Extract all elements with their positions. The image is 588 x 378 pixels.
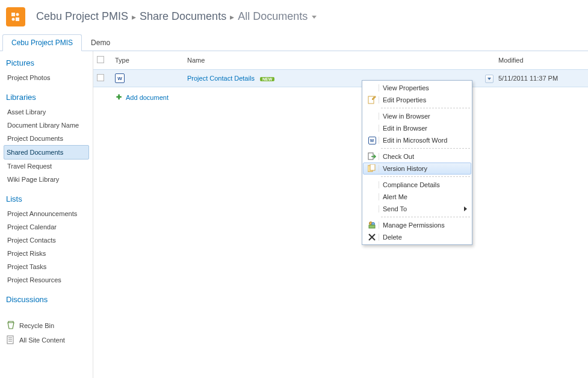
row-menu-button[interactable] [485,75,494,83]
menu-label: View in Browser [383,113,467,120]
menu-separator [381,108,470,108]
sidebar-item-all-site-content[interactable]: All Site Content [6,333,93,347]
column-header-type[interactable]: Type [111,51,184,70]
table-header-row: Type Name Modified [93,51,588,70]
menu-label: Edit in Microsoft Word [383,137,467,144]
menu-label: Check Out [383,153,467,160]
sidebar-section-lists[interactable]: Lists [6,194,93,203]
sidebar-item-wiki-page-library[interactable]: Wiki Page Library [6,173,93,186]
menu-label: Manage Permissions [383,222,467,229]
breadcrumb: Cebu Project PMIS ▸ Share Documents ▸ Al… [36,10,317,23]
add-document-row: ✚ Add document [93,87,588,107]
svg-rect-4 [16,17,19,21]
sidebar-section-discussions[interactable]: Discussions [6,295,93,304]
chevron-down-icon [487,78,491,80]
new-badge: NEW [260,77,274,81]
blank-icon [365,83,379,93]
chevron-right-icon: ▸ [230,12,234,22]
menu-label: View Properties [383,84,467,91]
tab-strip: Cebu Project PMIS Demo [0,33,588,51]
menu-label: Send To [383,205,462,212]
tab-site[interactable]: Cebu Project PMIS [2,34,82,51]
svg-point-3 [12,17,15,20]
sidebar-item-project-tasks[interactable]: Project Tasks [6,260,93,273]
chevron-right-icon: ▸ [132,12,136,22]
sidebar-item-project-photos[interactable]: Project Photos [6,71,93,84]
sidebar-item-asset-library[interactable]: Asset Library [6,105,93,119]
breadcrumb-site[interactable]: Cebu Project PMIS [36,10,128,23]
menu-edit-in-word[interactable]: W Edit in Microsoft Word [363,134,471,146]
all-site-content-label: All Site Content [19,335,65,345]
sidebar-item-travel-request[interactable]: Travel Request [6,160,93,173]
site-logo[interactable] [6,7,25,26]
version-history-icon [365,164,379,173]
plus-icon: ✚ [115,94,122,101]
add-document-button[interactable]: ✚ Add document [115,94,169,101]
sidebar-item-document-library-name[interactable]: Document Library Name [6,119,93,132]
word-icon: W [115,73,125,83]
context-menu: View Properties Edit Properties View in … [362,80,472,245]
blank-icon [365,180,379,190]
menu-edit-in-browser[interactable]: Edit in Browser [363,122,471,134]
menu-manage-permissions[interactable]: Manage Permissions [363,219,471,231]
delete-icon [365,232,379,242]
main: Pictures Project Photos Libraries Asset … [0,51,588,378]
document-name-link[interactable]: Project Contact Details [187,75,255,82]
menu-send-to[interactable]: Send To [363,203,471,215]
blank-icon [365,123,379,133]
menu-edit-properties[interactable]: Edit Properties [363,94,471,106]
tab-demo[interactable]: Demo [82,34,119,51]
sidebar-footer: Recycle Bin All Site Content [6,318,93,347]
checkout-icon [365,152,379,161]
menu-version-history[interactable]: Version History [363,163,471,175]
menu-label: Alert Me [383,193,467,200]
menu-separator [381,148,470,149]
sidebar-item-recycle-bin[interactable]: Recycle Bin [6,318,93,333]
menu-label: Version History [383,165,467,172]
chevron-right-icon [464,206,467,211]
menu-label: Compliance Details [383,181,467,188]
menu-label: Edit Properties [383,96,467,104]
recycle-bin-icon [6,321,16,330]
column-header-name[interactable]: Name [184,51,481,70]
checkbox-icon[interactable] [97,56,104,63]
table-row[interactable]: W Project Contact Details NEW 5/11/2011 … [93,70,588,87]
cell-modified: 5/11/2011 11:37 PM [495,70,588,87]
select-all-header[interactable] [93,51,111,70]
svg-point-2 [16,13,19,16]
sidebar-item-project-calendar[interactable]: Project Calendar [6,220,93,234]
row-checkbox[interactable] [97,74,104,81]
menu-view-in-browser[interactable]: View in Browser [363,110,471,122]
sidebar-item-shared-documents[interactable]: Shared Documents [4,145,89,160]
menu-check-out[interactable]: Check Out [363,150,471,163]
menu-compliance-details[interactable]: Compliance Details [363,179,471,191]
chevron-down-icon [312,16,317,19]
sidebar-item-project-announcements[interactable]: Project Announcements [6,207,93,220]
sidebar-item-project-documents[interactable]: Project Documents [6,132,93,145]
top-header: Cebu Project PMIS ▸ Share Documents ▸ Al… [0,0,588,33]
menu-separator [381,176,470,177]
blank-icon [365,111,379,121]
menu-label: Delete [383,234,467,241]
permissions-icon [365,220,379,230]
edit-properties-icon [365,95,379,105]
site-logo-icon [10,11,22,23]
add-document-label: Add document [126,94,169,101]
breadcrumb-view[interactable]: All Documents [238,10,317,23]
sidebar-item-project-risks[interactable]: Project Risks [6,247,93,260]
sidebar-item-project-contacts[interactable]: Project Contacts [6,234,93,247]
sidebar-section-libraries[interactable]: Libraries [6,93,93,102]
breadcrumb-library[interactable]: Share Documents [140,10,226,23]
blank-icon [365,192,379,202]
menu-alert-me[interactable]: Alert Me [363,191,471,203]
breadcrumb-view-label: All Documents [238,10,308,22]
column-header-modified[interactable]: Modified [495,51,588,70]
word-icon: W [365,135,379,145]
sidebar-section-pictures[interactable]: Pictures [6,58,93,67]
svg-rect-15 [369,225,375,228]
sidebar: Pictures Project Photos Libraries Asset … [0,51,93,378]
menu-delete[interactable]: Delete [363,231,471,243]
menu-label: Edit in Browser [383,125,467,132]
menu-view-properties[interactable]: View Properties [363,82,471,94]
sidebar-item-project-resources[interactable]: Project Resources [6,273,93,287]
